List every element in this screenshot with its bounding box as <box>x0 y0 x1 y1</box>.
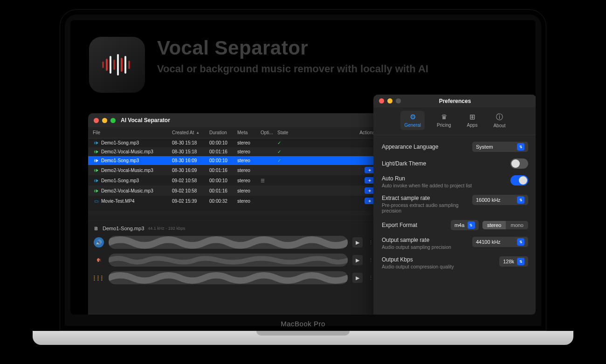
apps-icon: ⊞ <box>469 113 475 121</box>
appearance-select[interactable]: System ⇅ <box>472 142 528 152</box>
audio-icon: 🕪 <box>93 158 99 163</box>
tab-pricing[interactable]: ♛Pricing <box>433 111 455 130</box>
output-rate-value: 44100 kHz <box>476 239 501 245</box>
cell-actions: ✦ <box>343 187 375 194</box>
play-button[interactable]: ▶ <box>352 255 363 265</box>
laptop-label: MacBook Pro <box>60 320 546 328</box>
segment-mono[interactable]: mono <box>506 221 528 229</box>
play-button[interactable]: ▶ <box>352 273 363 283</box>
table-row[interactable]: 🕪Demo2-Vocal-Music.mp308-30 15:1800:01:1… <box>88 147 379 156</box>
prefs-tabs: ⚙General♛Pricing⊞AppsⓘAbout <box>373 107 536 135</box>
hero-title: Vocal Separator <box>157 37 428 59</box>
autorun-toggle[interactable] <box>510 175 528 185</box>
theme-toggle[interactable] <box>510 158 528 169</box>
table-row[interactable]: 🕪Demo1-Song.mp308-30 15:1800:00:10stereo… <box>88 138 379 147</box>
file-icon: 🗎 <box>94 226 99 231</box>
audio-icon: 🕪 <box>93 140 99 145</box>
cell-state: ✓ <box>277 158 343 163</box>
table-row[interactable]: ▭Movie-Test.MP409-02 15:3900:00:32stereo… <box>88 196 379 206</box>
cell-actions: ✦ <box>343 177 375 184</box>
audio-icon: 🕪 <box>93 168 99 173</box>
check-icon: ✓ <box>277 149 281 154</box>
close-icon[interactable] <box>94 118 99 123</box>
person-voice-icon[interactable]: 🗣 <box>94 255 104 265</box>
general-icon: ⚙ <box>410 113 416 121</box>
cell-duration: 00:00:10 <box>209 140 237 145</box>
waveform-vocal[interactable] <box>109 254 348 267</box>
extract-label: Extract sample rate <box>382 195 468 201</box>
appearance-value: System <box>476 144 493 150</box>
hero: Vocal Separator Vocal or background musi… <box>89 37 428 93</box>
output-rate-desc: Audio output sampling precision <box>382 244 451 250</box>
cell-duration: 00:00:10 <box>209 178 237 183</box>
appearance-label: Appearance Language <box>382 144 438 150</box>
autorun-desc: Auto invoke when file added to project l… <box>382 183 472 188</box>
cell-duration: 00:01:16 <box>209 188 237 193</box>
cell-duration: 00:00:32 <box>209 199 237 204</box>
table-row[interactable]: 🕪Demo1-Song.mp309-02 10:5800:00:10stereo… <box>88 175 379 185</box>
output-kbps-value: 128k <box>503 259 514 264</box>
pref-export-format: Export Format m4a ⇅ stereo mono <box>382 220 528 230</box>
now-playing: 🗎 Demo1-Song.mp3 44.1 kHz - 192 kbps <box>88 221 379 236</box>
pricing-icon: ♛ <box>441 113 447 121</box>
cell-meta: stereo <box>237 158 261 163</box>
waveform-instrumental[interactable] <box>109 271 348 284</box>
chevron-updown-icon: ⇅ <box>517 238 524 246</box>
cell-created: 09-02 10:58 <box>172 178 209 183</box>
zoom-icon[interactable] <box>110 118 116 123</box>
file-name: Demo1-Song.mp3 <box>101 178 139 183</box>
play-button[interactable]: ▶ <box>352 237 363 247</box>
more-icon[interactable]: ⋮ <box>367 275 374 281</box>
pref-autorun: Auto Run Auto invoke when file added to … <box>382 175 528 188</box>
waveform-mix[interactable] <box>109 236 348 249</box>
column-options[interactable]: Opti... <box>261 130 277 135</box>
channel-segment[interactable]: stereo mono <box>482 221 528 229</box>
hero-subtitle: Vocal or background music remover with l… <box>157 63 428 75</box>
table-row[interactable]: 🕪Demo2-Vocal-Music.mp308-30 16:0900:01:1… <box>88 165 379 175</box>
extract-desc: Pre-process extract audio sampling preci… <box>382 202 468 213</box>
options-icon[interactable]: ☰ <box>261 178 265 183</box>
cell-created: 08-30 16:09 <box>172 168 209 173</box>
track-instrumental: ⡇⡇⡇ ▶ ⋮ <box>94 271 374 284</box>
column-created[interactable]: Created At ▲ <box>172 130 209 135</box>
main-titlebar: AI Vocal Separator <box>88 113 379 127</box>
table-row[interactable]: 🕪Demo2-Vocal-Music.mp309-02 10:5800:01:1… <box>88 185 379 196</box>
about-icon: ⓘ <box>496 113 503 122</box>
column-file[interactable]: File <box>93 130 172 135</box>
check-icon: ✓ <box>277 140 281 145</box>
minimize-icon[interactable] <box>102 118 107 123</box>
cell-created: 08-30 16:09 <box>172 158 209 163</box>
output-kbps-select[interactable]: 128k ⇅ <box>499 256 528 267</box>
column-actions[interactable]: Actions <box>343 130 375 135</box>
cell-created: 08-30 15:18 <box>172 140 209 145</box>
pref-output-rate: Output sample rate Audio output sampling… <box>382 237 528 250</box>
output-kbps-desc: Audio output compression quality <box>382 264 454 269</box>
prefs-body: Appearance Language System ⇅ Light/Dark … <box>373 135 536 276</box>
speaker-icon[interactable]: 🔊 <box>94 237 104 247</box>
export-label: Export Format <box>382 222 417 228</box>
tab-about[interactable]: ⓘAbout <box>489 111 509 130</box>
pref-extract-rate: Extract sample rate Pre-process extract … <box>382 195 528 213</box>
now-playing-meta: 44.1 kHz - 192 kbps <box>148 226 185 231</box>
table-row[interactable]: 🕪Demo1-Song.mp308-30 16:0900:00:10stereo… <box>88 156 379 165</box>
export-format-select[interactable]: m4a ⇅ <box>451 220 479 230</box>
column-meta[interactable]: Meta <box>237 130 261 135</box>
output-rate-select[interactable]: 44100 kHz ⇅ <box>472 237 528 247</box>
tab-label: Pricing <box>437 123 451 128</box>
column-state[interactable]: State <box>277 130 343 135</box>
audio-icon: 🕪 <box>93 149 99 154</box>
waveform-icon[interactable]: ⡇⡇⡇ <box>94 273 104 283</box>
laptop-frame: Vocal Separator Vocal or background musi… <box>60 9 546 331</box>
extract-select[interactable]: 16000 kHz ⇅ <box>472 195 528 205</box>
more-icon[interactable]: ⋮ <box>367 240 374 246</box>
segment-stereo[interactable]: stereo <box>482 221 506 229</box>
file-name: Demo2-Vocal-Music.mp3 <box>101 188 153 193</box>
tab-general[interactable]: ⚙General <box>400 111 425 130</box>
video-icon: ▭ <box>93 199 99 204</box>
column-duration[interactable]: Duration <box>209 130 237 135</box>
tracks: 🔊 ▶ ⋮ 🗣 ▶ ⋮ ⡇⡇⡇ <box>88 236 379 284</box>
more-icon[interactable]: ⋮ <box>367 257 374 263</box>
cell-actions: ✦ <box>343 167 375 173</box>
tab-apps[interactable]: ⊞Apps <box>463 111 482 130</box>
output-kbps-label: Output Kbps <box>382 256 454 263</box>
